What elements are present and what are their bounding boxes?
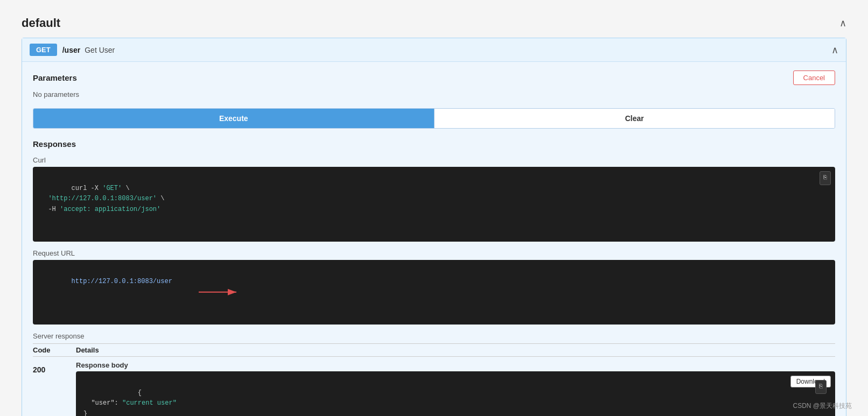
response-body-label: Response body xyxy=(76,361,835,369)
request-url-label: Request URL xyxy=(33,249,835,257)
arrow-annotation-body xyxy=(162,405,309,416)
arrow-annotation-url xyxy=(141,269,242,315)
action-buttons: Execute Clear xyxy=(33,108,835,129)
api-row: GET /user Get User ∧ xyxy=(22,38,846,62)
no-params-text: No parameters xyxy=(33,90,835,98)
curl-code-block: curl -X 'GET' \ 'http://127.0.0.1:8083/u… xyxy=(33,167,835,242)
api-collapse-icon[interactable]: ∧ xyxy=(831,44,838,56)
responses-title: Responses xyxy=(33,139,835,149)
server-response-label: Server response xyxy=(33,332,835,340)
api-body: Parameters Cancel No parameters Execute … xyxy=(22,62,846,416)
parameters-title: Parameters xyxy=(33,73,77,82)
api-row-left: GET /user Get User xyxy=(30,44,115,56)
response-copy-icon[interactable]: ⎘ xyxy=(815,380,827,394)
curl-label: Curl xyxy=(33,156,835,164)
api-description: Get User xyxy=(85,46,115,54)
api-block: GET /user Get User ∧ Parameters Cancel N… xyxy=(22,38,846,416)
api-path: /user xyxy=(62,46,80,54)
parameters-header: Parameters Cancel xyxy=(33,70,835,85)
response-details: Response body { "user": "current user" } xyxy=(76,361,835,416)
response-actions: ⎘ Download xyxy=(790,376,831,387)
section-collapse-icon[interactable]: ∧ xyxy=(839,17,846,29)
response-status-code: 200 xyxy=(33,361,76,374)
curl-copy-icon[interactable]: ⎘ xyxy=(820,171,831,185)
response-row: 200 Response body { "user": "current use… xyxy=(33,361,835,416)
curl-code-text: curl -X 'GET' \ 'http://127.0.0.1:8083/u… xyxy=(40,185,164,213)
code-column-header: Code xyxy=(33,346,76,354)
cancel-button[interactable]: Cancel xyxy=(793,70,835,85)
server-response-section: Server response Code Details 200 Respons… xyxy=(33,332,835,416)
response-body-block: { "user": "current user" } xyxy=(76,371,835,416)
section-title: default xyxy=(22,16,60,30)
details-column-header: Details xyxy=(76,346,835,354)
execute-button[interactable]: Execute xyxy=(33,109,434,128)
response-table-header: Code Details xyxy=(33,343,835,357)
clear-button[interactable]: Clear xyxy=(434,109,835,128)
watermark: CSDN @景天科技苑 xyxy=(793,401,852,411)
request-url-block: http://127.0.0.1:8083/user xyxy=(33,260,835,325)
method-badge[interactable]: GET xyxy=(30,44,57,56)
